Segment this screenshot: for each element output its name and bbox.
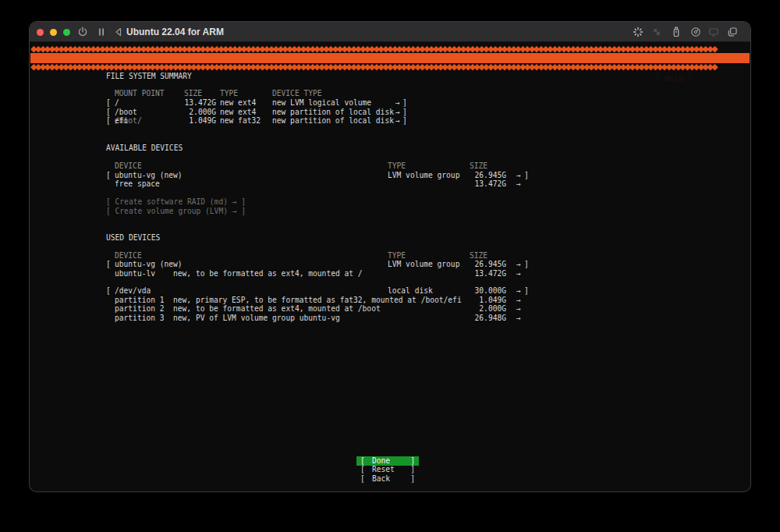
device-name: partition 2 <box>115 304 165 314</box>
fs-summary-heading: FILE SYSTEM SUMMARY <box>30 72 750 81</box>
back-button[interactable]: [ Back ] <box>356 474 419 484</box>
available-row-ubuntu-vg[interactable]: [ ubuntu-vg (new) LVM volume group 26.94… <box>30 171 750 180</box>
size: 30.000G <box>436 286 506 296</box>
arrow-icon: → <box>395 108 400 117</box>
power-icon[interactable] <box>76 26 89 38</box>
size: 26.948G <box>436 314 506 323</box>
titlebar: Ubuntu 22.04 for ARM <box>30 22 750 42</box>
device-name: /dev/vda <box>115 286 151 296</box>
size: 1.049G <box>436 296 506 305</box>
device-type: new LVM logical volume <box>272 98 371 108</box>
fs-type: new ext4 <box>220 108 256 117</box>
size: 2.000G <box>436 304 506 314</box>
mount-point: /boot <box>115 108 137 117</box>
arrow-icon: → <box>516 179 521 189</box>
back-triangle-icon[interactable] <box>112 26 125 38</box>
device-name: ubuntu-lv <box>115 269 155 278</box>
arrow-icon: → <box>395 98 400 108</box>
size: 26.945G <box>436 260 506 269</box>
col-type: TYPE <box>388 251 406 261</box>
arrow-icon: → <box>516 304 521 314</box>
device-name: free space <box>115 179 160 189</box>
arrow-icon: → <box>516 171 521 180</box>
windows-icon[interactable] <box>726 26 739 38</box>
screen-header-bar: Storage configuration [ Help ] <box>30 53 750 63</box>
col-type: TYPE <box>220 89 238 98</box>
size: 1.049G <box>147 116 216 126</box>
decorative-diamond-band-top: ◆◆◆◆◆◆◆◆◆◆◆◆◆◆◆◆◆◆◆◆◆◆◆◆◆◆◆◆◆◆◆◆◆◆◆◆◆◆◆◆… <box>30 45 750 53</box>
decorative-diamond-band-bottom: ◆◆◆◆◆◆◆◆◆◆◆◆◆◆◆◆◆◆◆◆◆◆◆◆◆◆◆◆◆◆◆◆◆◆◆◆◆◆◆◆… <box>30 63 750 71</box>
size: 13.472G <box>436 269 506 278</box>
fs-type: new fat32 <box>220 116 261 126</box>
reset-button[interactable]: [ Reset ] <box>356 465 419 474</box>
arrow-icon: → <box>516 269 521 278</box>
size: 26.945G <box>436 171 506 180</box>
done-button-label: Done <box>372 456 390 466</box>
drive-icon[interactable] <box>690 26 702 38</box>
available-devices-heading: AVAILABLE DEVICES <box>30 144 750 153</box>
create-software-raid-action[interactable]: [ Create software RAID (md) → ] <box>30 197 750 207</box>
device-name: ubuntu-vg (new) <box>115 171 183 180</box>
device-name: partition 3 <box>115 314 165 323</box>
used-row-ubuntu-vg[interactable]: [ ubuntu-vg (new) LVM volume group 26.94… <box>30 260 750 269</box>
col-device-type: DEVICE TYPE <box>272 89 322 98</box>
used-row-partition-2[interactable]: partition 2 new, to be formatted as ext4… <box>30 304 750 314</box>
terminal-screen: ◆◆◆◆◆◆◆◆◆◆◆◆◆◆◆◆◆◆◆◆◆◆◆◆◆◆◆◆◆◆◆◆◆◆◆◆◆◆◆◆… <box>30 43 750 491</box>
arrow-icon: → <box>516 314 521 323</box>
device-description: new, primary ESP, to be formatted as fat… <box>173 296 462 305</box>
capture-cursor-icon[interactable] <box>632 26 644 38</box>
device-description: new, to be formatted as ext4, mounted at… <box>173 269 363 278</box>
col-device: DEVICE <box>115 251 142 261</box>
col-size: SIZE <box>436 161 488 171</box>
device-name: ubuntu-vg (new) <box>115 260 183 269</box>
device-description: new, PV of LVM volume group ubuntu-vg <box>173 314 340 323</box>
arrow-icon: → <box>516 296 521 305</box>
fs-row-boot-efi[interactable]: [ /boot/efi 1.049G new fat32 new partiti… <box>30 116 750 126</box>
fs-row-root[interactable]: [ / 13.472G new ext4 new LVM logical vol… <box>30 98 750 108</box>
size: 2.000G <box>147 108 216 117</box>
available-header-row: DEVICE TYPE SIZE <box>30 161 750 171</box>
create-volume-group-action[interactable]: [ Create volume group (LVM) → ] <box>30 207 750 216</box>
vm-window: Ubuntu 22.04 for ARM ◆◆◆◆◆◆◆◆◆◆◆◆◆◆◆◆◆◆◆… <box>30 22 750 491</box>
used-row-partition-3[interactable]: partition 3 new, PV of LVM volume group … <box>30 314 750 323</box>
resize-icon[interactable] <box>651 26 663 38</box>
fs-row-boot[interactable]: [ /boot 2.000G new ext4 new partition of… <box>30 108 750 117</box>
size: 13.472G <box>147 98 216 108</box>
zoom-window-button[interactable] <box>63 29 70 36</box>
used-header-row: DEVICE TYPE SIZE <box>30 251 750 261</box>
usb-icon[interactable] <box>670 26 682 38</box>
window-title: Ubuntu 22.04 for ARM <box>126 27 224 37</box>
mount-point: efi <box>115 116 128 126</box>
display-icon[interactable] <box>707 26 720 38</box>
close-window-button[interactable] <box>37 29 44 36</box>
device-type: new partition of local disk <box>272 108 394 117</box>
used-devices-heading: USED DEVICES <box>30 233 750 243</box>
col-type: TYPE <box>388 161 406 171</box>
fs-type: new ext4 <box>220 98 256 108</box>
device-type: local disk <box>388 286 433 296</box>
col-device: DEVICE <box>115 161 142 171</box>
used-row-dev-vda[interactable]: [ /dev/vda local disk 30.000G → ] <box>30 286 750 296</box>
device-type: new partition of local disk <box>272 116 394 126</box>
size: 13.472G <box>436 179 506 189</box>
col-size: SIZE <box>436 251 488 261</box>
minimize-window-button[interactable] <box>50 29 57 36</box>
device-description: new, to be formatted as ext4, mounted at… <box>173 304 381 314</box>
arrow-icon: → <box>395 116 400 126</box>
used-row-partition-1[interactable]: partition 1 new, primary ESP, to be form… <box>30 296 750 305</box>
pause-icon[interactable] <box>95 26 108 38</box>
reset-button-label: Reset <box>372 465 395 474</box>
available-row-free-space[interactable]: free space 13.472G → <box>30 179 750 189</box>
arrow-icon: → <box>516 286 521 296</box>
fs-summary-header-row: MOUNT POINT SIZE TYPE DEVICE TYPE <box>30 89 750 98</box>
arrow-icon: → <box>516 260 521 269</box>
device-name: partition 1 <box>115 296 165 305</box>
mount-point: / <box>115 98 119 108</box>
used-row-ubuntu-lv[interactable]: ubuntu-lv new, to be formatted as ext4, … <box>30 269 750 278</box>
back-button-label: Back <box>372 474 390 484</box>
done-button[interactable]: [ Done ] <box>356 456 419 466</box>
col-size: SIZE <box>147 89 202 98</box>
